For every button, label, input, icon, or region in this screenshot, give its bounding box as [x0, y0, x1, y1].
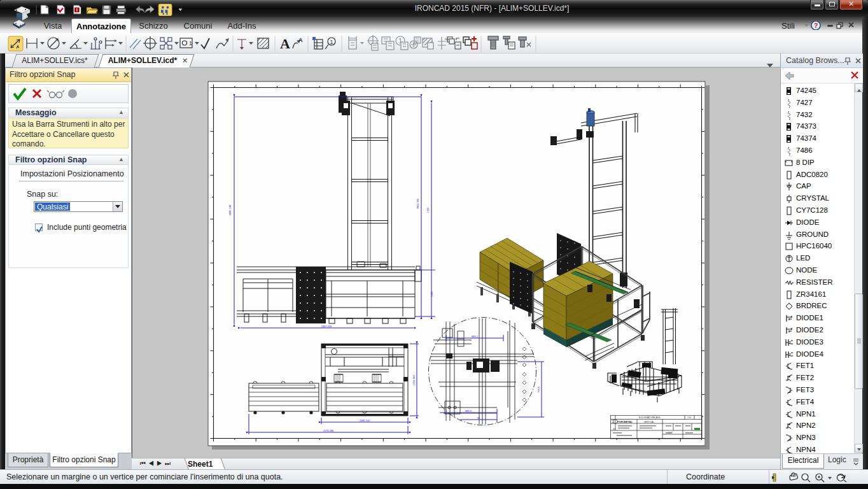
svg-text:VERTICAL: VERTICAL: [644, 421, 655, 423]
svg-text:889.2: 889.2: [465, 409, 472, 413]
svg-text:A: A: [298, 37, 303, 43]
svg-text:3862.300: 3862.300: [416, 198, 419, 209]
svg-text:FOR.METAL: FOR.METAL: [617, 420, 633, 423]
svg-text:2667.056: 2667.056: [321, 325, 332, 328]
svg-text:95: 95: [477, 416, 480, 420]
svg-text:I: I: [76, 7, 78, 13]
svg-text:889.2: 889.2: [472, 335, 479, 338]
svg-text:A: A: [280, 36, 290, 52]
svg-text:1558.803: 1558.803: [412, 374, 416, 385]
svg-text:2578.286: 2578.286: [323, 429, 334, 432]
svg-text:2080.102: 2080.102: [360, 419, 370, 422]
svg-text:?: ?: [814, 22, 818, 29]
svg-text:1: 1: [189, 40, 192, 46]
svg-text:1:50: 1:50: [687, 416, 691, 419]
svg-text:SOLLEVATORE ASS.: SOLLEVATORE ASS.: [639, 416, 661, 419]
svg-text:1390: 1390: [426, 207, 430, 213]
svg-text:4885.188: 4885.188: [228, 204, 232, 215]
svg-text:1200: 1200: [430, 291, 433, 297]
svg-text:758.5: 758.5: [537, 386, 540, 393]
svg-text:1: 1: [330, 39, 333, 45]
svg-text:40: 40: [613, 428, 615, 430]
